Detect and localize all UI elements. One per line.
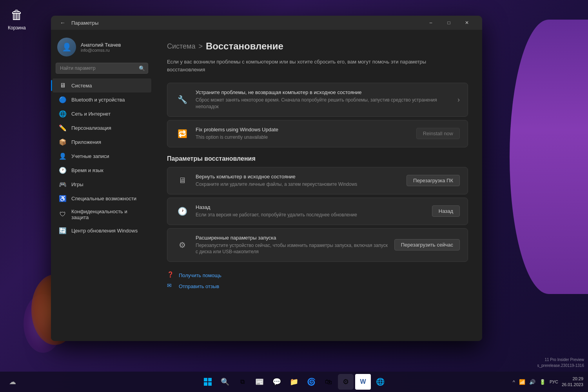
accessibility-icon: ♿ bbox=[59, 194, 67, 202]
sidebar-item-apps[interactable]: 📦 Приложения bbox=[53, 135, 151, 149]
tray-chevron[interactable]: ^ bbox=[512, 378, 516, 386]
advanced-startup-icon: ⚙ bbox=[175, 238, 189, 252]
taskbar-search-icon[interactable]: 🔍 bbox=[217, 374, 233, 390]
go-back-button[interactable]: Назад bbox=[432, 205, 460, 217]
taskbar-clock[interactable]: 20:29 26.01.2023 bbox=[562, 376, 583, 388]
sidebar-item-accounts-label: Учетные записи bbox=[71, 153, 109, 159]
taskbar-settings-icon[interactable]: ⚙ bbox=[338, 374, 354, 390]
sidebar-item-system-label: Система bbox=[71, 83, 92, 89]
settings-window: ← Параметры – □ ✕ 👤 Анатолий Ткачев info… bbox=[51, 16, 482, 341]
maximize-button[interactable]: □ bbox=[440, 16, 458, 30]
version-line1: 11 Pro Insider Preview bbox=[544, 358, 584, 362]
sidebar-item-system[interactable]: 🖥 Система bbox=[53, 78, 151, 93]
tray-battery[interactable]: 🔋 bbox=[538, 378, 547, 386]
titlebar: ← Параметры – □ ✕ bbox=[51, 16, 482, 30]
reset-pc-card: 🖥 Вернуть компьютер в исходное состояние… bbox=[167, 167, 468, 194]
recycle-bin-icon[interactable]: 🗑 Корзина bbox=[8, 8, 26, 31]
troubleshoot-card[interactable]: 🔧 Устраните проблемы, не возвращая компь… bbox=[167, 83, 468, 117]
user-info: 👤 Анатолий Ткачев info@comss.ru bbox=[51, 34, 153, 63]
sidebar-item-accessibility-label: Специальные возможности bbox=[71, 196, 136, 201]
send-feedback-link[interactable]: ✉ Отправить отзыв bbox=[167, 282, 468, 290]
go-back-desc: Если эта версия не работает, попробуйте … bbox=[196, 212, 426, 218]
go-back-content: Назад Если эта версия не работает, попро… bbox=[196, 204, 426, 218]
reinstall-now-button[interactable]: Reinstall now bbox=[416, 128, 460, 139]
personalization-icon: ✏️ bbox=[59, 124, 67, 132]
search-input[interactable] bbox=[56, 63, 148, 74]
minimize-button[interactable]: – bbox=[422, 16, 440, 30]
breadcrumb: Система > Восстановление bbox=[167, 41, 468, 52]
sidebar-item-apps-label: Приложения bbox=[71, 139, 101, 145]
content-area: 👤 Анатолий Ткачев info@comss.ru 🔍 🖥 Сист… bbox=[51, 30, 482, 341]
back-button[interactable]: ← bbox=[57, 17, 68, 28]
sidebar-item-network-label: Сеть и Интернет bbox=[71, 111, 111, 117]
start-button[interactable] bbox=[200, 374, 216, 390]
taskbar-chat-icon[interactable]: 💬 bbox=[269, 374, 285, 390]
svg-rect-3 bbox=[208, 382, 212, 386]
troubleshoot-content: Устраните проблемы, не возвращая компьют… bbox=[196, 89, 451, 110]
svg-rect-0 bbox=[204, 378, 207, 381]
sidebar-item-games[interactable]: 🎮 Игры bbox=[53, 177, 151, 191]
windows-update-fix-card: 🔁 Fix problems using Windows Update This… bbox=[167, 120, 468, 147]
tray-network[interactable]: 📶 bbox=[518, 378, 526, 386]
version-line2: s_prerelease.230119-1316 bbox=[537, 363, 584, 368]
advanced-startup-title: Расширенные параметры запуска bbox=[196, 235, 388, 241]
games-icon: 🎮 bbox=[59, 180, 67, 188]
sidebar-item-windows-update[interactable]: 🔄 Центр обновления Windows bbox=[53, 223, 151, 238]
taskbar-store-icon[interactable]: 🛍 bbox=[321, 374, 336, 390]
sidebar-item-personalization[interactable]: ✏️ Персонализация bbox=[53, 121, 151, 135]
taskbar-widgets-icon[interactable]: 📰 bbox=[252, 374, 267, 390]
get-help-link[interactable]: ❓ Получить помощь bbox=[167, 271, 468, 279]
reset-pc-button[interactable]: Перезагрузка ПК bbox=[407, 175, 460, 186]
search-box: 🔍 bbox=[56, 63, 148, 74]
send-feedback-icon: ✉ bbox=[167, 282, 175, 290]
troubleshoot-title: Устраните проблемы, не возвращая компьют… bbox=[196, 89, 451, 95]
accounts-icon: 👤 bbox=[59, 152, 67, 160]
user-details: Анатолий Ткачев info@comss.ru bbox=[81, 42, 147, 53]
sidebar-item-privacy[interactable]: 🛡 Конфиденциальность и защита bbox=[53, 205, 151, 223]
clock-date: 26.01.2023 bbox=[562, 382, 583, 388]
window-title: Параметры bbox=[71, 20, 98, 26]
windows-update-fix-icon: 🔁 bbox=[175, 127, 189, 141]
breadcrumb-parent: Система bbox=[167, 42, 196, 51]
version-text: 11 Pro Insider Preview s_prerelease.2301… bbox=[537, 357, 584, 368]
windows-update-fix-desc: This option is currently unavailable bbox=[196, 134, 410, 141]
notification-icon[interactable]: ☁ bbox=[5, 374, 20, 390]
taskbar-chrome-icon[interactable]: 🌐 bbox=[372, 374, 388, 390]
sidebar-item-accounts[interactable]: 👤 Учетные записи bbox=[53, 149, 151, 163]
page-description: Если у вас возникли проблемы с компьютер… bbox=[167, 58, 441, 73]
sidebar-item-windows-update-label: Центр обновления Windows bbox=[71, 228, 138, 234]
window-controls: – □ ✕ bbox=[422, 16, 476, 30]
time-icon: 🕐 bbox=[59, 166, 67, 174]
close-button[interactable]: ✕ bbox=[458, 16, 476, 30]
breadcrumb-current: Восстановление bbox=[206, 41, 283, 52]
network-icon: 🌐 bbox=[59, 110, 67, 118]
taskbar-file-explorer-icon[interactable]: 📁 bbox=[286, 374, 302, 390]
send-feedback-label: Отправить отзыв bbox=[179, 283, 219, 289]
restart-now-button[interactable]: Перезагрузить сейчас bbox=[394, 239, 460, 250]
windows-update-fix-title: Fix problems using Windows Update bbox=[196, 127, 410, 132]
taskbar-right: ^ 📶 🔊 🔋 РУС 20:29 26.01.2023 bbox=[512, 376, 583, 388]
bluetooth-icon: 🔵 bbox=[59, 96, 67, 103]
search-icon: 🔍 bbox=[139, 65, 145, 71]
tray-volume[interactable]: 🔊 bbox=[528, 378, 537, 386]
breadcrumb-separator: > bbox=[199, 42, 203, 51]
taskbar-edge-icon[interactable]: 🌀 bbox=[303, 374, 319, 390]
sidebar-item-accessibility[interactable]: ♿ Специальные возможности bbox=[53, 191, 151, 205]
get-help-label: Получить помощь bbox=[179, 272, 221, 278]
sidebar-item-time[interactable]: 🕐 Время и язык bbox=[53, 163, 151, 177]
privacy-icon: 🛡 bbox=[59, 211, 67, 218]
go-back-card: 🕐 Назад Если эта версия не работает, поп… bbox=[167, 198, 468, 225]
windows-update-icon: 🔄 bbox=[59, 227, 67, 234]
sidebar-item-bluetooth[interactable]: 🔵 Bluetooth и устройства bbox=[53, 93, 151, 107]
sidebar: 👤 Анатолий Ткачев info@comss.ru 🔍 🖥 Сист… bbox=[51, 30, 153, 341]
sidebar-item-network[interactable]: 🌐 Сеть и Интернет bbox=[53, 107, 151, 121]
footer-links: ❓ Получить помощь ✉ Отправить отзыв bbox=[167, 271, 468, 290]
user-email: info@comss.ru bbox=[81, 48, 147, 53]
sidebar-item-privacy-label: Конфиденциальность и защита bbox=[71, 209, 145, 220]
taskbar-left: ☁ bbox=[5, 374, 20, 390]
tray-language[interactable]: РУС bbox=[548, 379, 559, 385]
taskbar-word-icon[interactable]: W bbox=[355, 374, 371, 390]
reset-pc-title: Вернуть компьютер в исходное состояние bbox=[196, 174, 400, 180]
nav-list: 🖥 Система 🔵 Bluetooth и устройства 🌐 Сет… bbox=[51, 78, 153, 238]
taskbar-task-view-icon[interactable]: ⧉ bbox=[234, 374, 250, 390]
